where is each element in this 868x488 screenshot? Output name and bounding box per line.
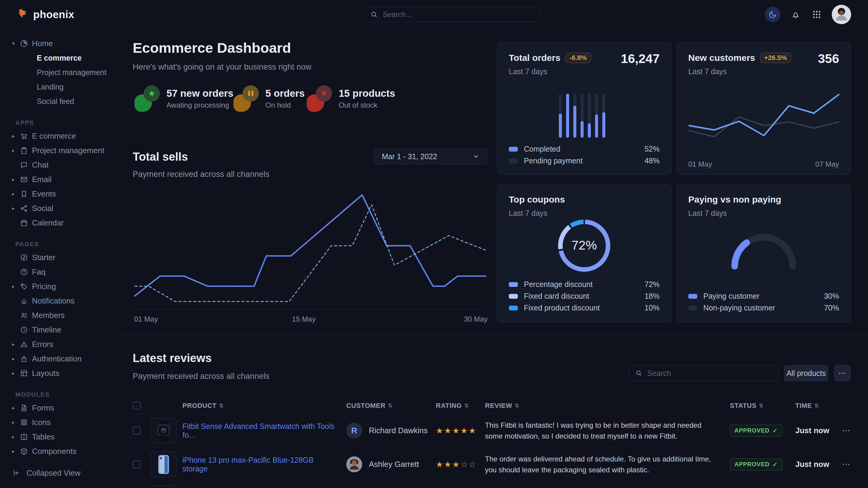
sidebar-item-label: Faq <box>32 267 45 277</box>
sidebar-item-chat[interactable]: Chat <box>0 158 115 172</box>
user-avatar[interactable] <box>832 5 851 24</box>
sidebar-item-calendar[interactable]: Calendar <box>0 216 115 230</box>
sidebar-item-forms[interactable]: ▸Forms <box>0 400 115 415</box>
row-checkbox[interactable] <box>133 426 141 435</box>
mini-tick-start: 01 May <box>688 160 712 168</box>
sort-icon: ⇅ <box>515 402 519 409</box>
legend-swatch <box>509 159 518 163</box>
sidebar-item-icons[interactable]: ▸Icons <box>0 415 115 429</box>
caret-right-icon: ▸ <box>12 283 20 290</box>
legend-label: Completed <box>524 145 560 154</box>
x-tick-start: 01 May <box>134 315 158 323</box>
legend-label: Pending payment <box>524 157 583 165</box>
row-checkbox[interactable] <box>133 460 141 468</box>
sidebar-item-label: Timeline <box>32 325 61 334</box>
sidebar-item-label: Email <box>32 175 52 184</box>
sidebar-item-e-commerce[interactable]: ▸E commerce <box>0 129 115 143</box>
col-header-review[interactable]: REVIEW⇅ <box>485 402 730 410</box>
sidebar-item-events[interactable]: ▸Events <box>0 187 115 201</box>
reviews-table: PRODUCT⇅CUSTOMER⇅RATING⇅REVIEW⇅STATUS⇅TI… <box>133 397 850 488</box>
caret-right-icon: ▸ <box>12 434 20 440</box>
sidebar-subitem-project-management[interactable]: Project management <box>0 65 115 79</box>
date-range-select[interactable]: Mar 1 - 31, 2022 <box>374 149 487 164</box>
product-link[interactable]: iPhone 13 pro max-Pacific Blue-128GB sto… <box>183 456 346 473</box>
sidebar-item-layouts[interactable]: ▸Layouts <box>0 366 115 380</box>
sidebar-item-faq[interactable]: Faq <box>0 265 115 279</box>
total-sells-subtitle: Payment received across all channels <box>133 170 269 179</box>
stat-value: 5 orders <box>266 88 305 99</box>
card-title: Paying vs non paying <box>688 194 781 205</box>
legend-value: 72% <box>645 280 660 289</box>
sidebar-item-social[interactable]: ▸Social <box>0 201 115 216</box>
legend-item: Completed52% <box>509 143 660 155</box>
product-thumbnail[interactable] <box>151 485 177 488</box>
row-more-button[interactable]: ⋯ <box>832 426 850 435</box>
sidebar-item-starter[interactable]: Starter <box>0 250 115 265</box>
sidebar-item-label: Events <box>32 189 56 199</box>
select-all-checkbox[interactable] <box>133 401 141 410</box>
sidebar-collapse-toggle[interactable]: Collapsed View <box>0 458 115 488</box>
stat-green: ★57 new ordersAwating processing <box>134 85 234 112</box>
product-link[interactable]: Fitbit Sense Advanced Smartwatch with To… <box>183 422 346 440</box>
sidebar-item-email[interactable]: ▸Email <box>0 172 115 187</box>
col-header-status[interactable]: STATUS⇅ <box>730 402 795 410</box>
sidebar-item-label: Project management <box>32 146 104 155</box>
time-cell: Just now <box>795 426 832 435</box>
sidebar-item-components[interactable]: ▸Components <box>0 444 115 458</box>
status-badge: APPROVED ✓ <box>730 458 782 470</box>
apps-menu-button[interactable] <box>811 8 823 21</box>
sidebar-item-label: Icons <box>32 418 51 427</box>
sort-icon: ⇅ <box>219 402 224 409</box>
sidebar-item-authentication[interactable]: ▸Authentication <box>0 352 115 366</box>
col-header-product[interactable]: PRODUCT⇅ <box>183 402 346 410</box>
sidebar-subitem-e-commerce[interactable]: E commerce <box>0 51 115 65</box>
sidebar-item-label: Calendar <box>32 218 64 228</box>
col-header-time[interactable]: TIME⇅ <box>795 402 832 410</box>
sidebar-item-timeline[interactable]: Timeline <box>0 323 115 337</box>
sidebar-item-home[interactable]: ▾Home <box>0 36 115 51</box>
all-products-button[interactable]: All products <box>784 365 828 381</box>
sidebar-subitem-social-feed[interactable]: Social feed <box>0 94 115 108</box>
page-title: Ecommerce Dashboard <box>133 39 291 56</box>
notifications-button[interactable] <box>789 8 802 21</box>
sidebar-subitem-landing[interactable]: Landing <box>0 79 115 94</box>
sidebar-item-pricing[interactable]: ▸Pricing <box>0 279 115 294</box>
star-icon: ★ <box>148 89 155 98</box>
global-search-input[interactable]: Search... <box>362 7 542 22</box>
sidebar-item-tables[interactable]: ▸Tables <box>0 429 115 444</box>
lock-icon <box>20 355 28 363</box>
sidebar-item-label: Authentication <box>32 354 82 363</box>
sort-icon: ⇅ <box>759 402 764 409</box>
reviews-search-input[interactable]: Search <box>629 365 778 381</box>
row-more-button[interactable]: ⋯ <box>832 460 850 469</box>
brand-logo[interactable]: phoenix <box>16 0 74 29</box>
card-total-orders: Total orders -6.8% 16,247 Last 7 days Co… <box>497 42 671 175</box>
col-header-rating[interactable]: RATING⇅ <box>436 402 485 410</box>
sidebar-item-project-management[interactable]: ▸Project management <box>0 143 115 158</box>
sidebar-item-label: Pricing <box>32 282 56 291</box>
caret-down-icon: ▾ <box>12 40 20 47</box>
sidebar-item-label: Chat <box>32 160 49 170</box>
sidebar-item-notifications[interactable]: Notifications <box>0 294 115 308</box>
sidebar-item-label: Layouts <box>32 369 59 378</box>
total-sells-chart <box>134 179 486 313</box>
sidebar-item-label: E commerce <box>32 131 76 141</box>
legend-label: Percentage discount <box>524 280 593 289</box>
col-header-customer[interactable]: CUSTOMER⇅ <box>346 402 436 410</box>
caret-right-icon: ▸ <box>12 370 20 377</box>
review-text: This Fitbit is fantastic! I was trying t… <box>485 420 730 442</box>
product-thumbnail[interactable] <box>151 452 177 477</box>
caret-right-icon: ▸ <box>12 341 20 348</box>
sidebar-item-members[interactable]: Members <box>0 308 115 323</box>
product-thumbnail[interactable] <box>151 418 177 444</box>
main-content: Ecommerce Dashboard Here's what's going … <box>115 29 868 488</box>
sidebar-item-errors[interactable]: ▸Errors <box>0 337 115 352</box>
x-tick-end: 30 May <box>464 315 488 323</box>
legend-item: Paying customer30% <box>688 290 839 302</box>
legend-label: Non-paying customer <box>703 303 775 312</box>
sidebar-item-label: Starter <box>32 253 56 262</box>
total-sells-title: Total sells <box>133 151 188 163</box>
dark-mode-toggle[interactable] <box>765 7 780 22</box>
legend-swatch <box>509 306 518 311</box>
table-more-button[interactable]: ⋯ <box>834 365 850 381</box>
